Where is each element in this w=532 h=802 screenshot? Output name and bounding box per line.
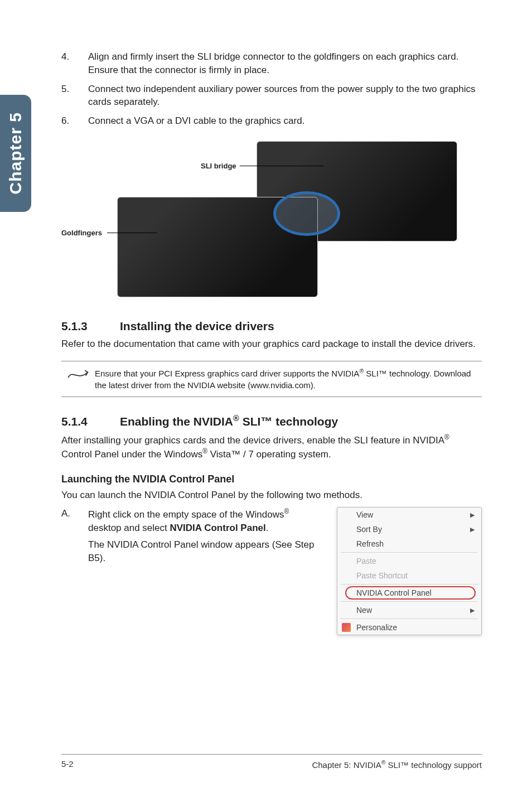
context-menu-nvidia-control-panel[interactable]: NVIDIA Control Panel bbox=[337, 586, 481, 600]
callout-circle bbox=[273, 191, 340, 236]
section-5-1-3-para: Refer to the documentation that came wit… bbox=[61, 337, 482, 351]
step-number: 4. bbox=[61, 50, 88, 77]
sli-bridge-label: SLI bridge bbox=[201, 162, 236, 170]
menu-separator bbox=[341, 552, 478, 553]
launch-a-line1: Right click on the empty space of the Wi… bbox=[88, 507, 321, 534]
step-6: 6. Connect a VGA or a DVI cable to the g… bbox=[61, 114, 482, 128]
context-menu-paste: Paste bbox=[337, 554, 481, 568]
step-text: Align and firmly insert the SLI bridge c… bbox=[88, 50, 482, 77]
install-steps-list: 4. Align and firmly insert the SLI bridg… bbox=[61, 50, 482, 128]
section-title: Installing the device drivers bbox=[120, 320, 274, 332]
step-4: 4. Align and firmly insert the SLI bridg… bbox=[61, 50, 482, 77]
page-number: 5-2 bbox=[61, 759, 74, 770]
context-menu-view[interactable]: View ▶ bbox=[337, 508, 481, 522]
step-5: 5. Connect two independent auxiliary pow… bbox=[61, 83, 482, 109]
menu-separator bbox=[341, 584, 478, 584]
list-letter: A. bbox=[61, 507, 88, 568]
note-icon bbox=[61, 367, 95, 384]
chapter-title-footer: Chapter 5: NVIDIA® SLI™ technology suppo… bbox=[312, 759, 482, 770]
launching-heading: Launching the NVIDIA Control Panel bbox=[61, 474, 482, 485]
section-5-1-3-heading: 5.1.3Installing the device drivers bbox=[61, 320, 482, 333]
page-footer: 5-2 Chapter 5: NVIDIA® SLI™ technology s… bbox=[61, 754, 482, 770]
leader-line bbox=[240, 166, 323, 166]
launch-method-list: A. Right click on the empty space of the… bbox=[61, 507, 321, 568]
menu-separator bbox=[341, 601, 478, 602]
step-text: Connect a VGA or a DVI cable to the grap… bbox=[88, 114, 482, 128]
context-menu-paste-shortcut: Paste Shortcut bbox=[337, 568, 481, 583]
leader-line bbox=[107, 233, 157, 233]
context-menu-personalize[interactable]: Personalize bbox=[337, 620, 481, 635]
step-number: 6. bbox=[61, 114, 88, 128]
section-number: 5.1.4 bbox=[61, 415, 120, 428]
section-5-1-4-para: After installing your graphics cards and… bbox=[61, 433, 482, 461]
step-number: 5. bbox=[61, 83, 88, 109]
launch-method-a: A. Right click on the empty space of the… bbox=[61, 507, 321, 568]
sli-bridge-figure: SLI bridge Goldfingers bbox=[61, 136, 480, 303]
chevron-right-icon: ▶ bbox=[470, 511, 475, 519]
chevron-right-icon: ▶ bbox=[470, 607, 475, 614]
context-menu-sort-by[interactable]: Sort By ▶ bbox=[337, 522, 481, 537]
personalize-icon bbox=[342, 623, 351, 632]
section-title: Enabling the NVIDIA® SLI™ technology bbox=[120, 415, 338, 428]
launching-intro: You can launch the NVIDIA Control Panel … bbox=[61, 489, 482, 502]
step-text: Connect two independent auxiliary power … bbox=[88, 83, 482, 109]
note-box: Ensure that your PCI Express graphics ca… bbox=[61, 361, 482, 397]
launch-a-line2: The NVIDIA Control Panel window appears … bbox=[88, 538, 321, 565]
section-5-1-4-heading: 5.1.4Enabling the NVIDIA® SLI™ technolog… bbox=[61, 414, 482, 428]
note-text: Ensure that your PCI Express graphics ca… bbox=[95, 367, 482, 391]
context-menu-new[interactable]: New ▶ bbox=[337, 603, 481, 617]
menu-separator bbox=[341, 619, 478, 619]
chapter-side-tab: Chapter 5 bbox=[0, 95, 31, 212]
goldfingers-label: Goldfingers bbox=[61, 229, 102, 237]
context-menu-refresh[interactable]: Refresh bbox=[337, 537, 481, 551]
chevron-right-icon: ▶ bbox=[470, 526, 475, 533]
desktop-context-menu: View ▶ Sort By ▶ Refresh Paste Paste Sho… bbox=[337, 507, 482, 635]
section-number: 5.1.3 bbox=[61, 320, 120, 333]
chapter-side-tab-label: Chapter 5 bbox=[6, 112, 25, 194]
